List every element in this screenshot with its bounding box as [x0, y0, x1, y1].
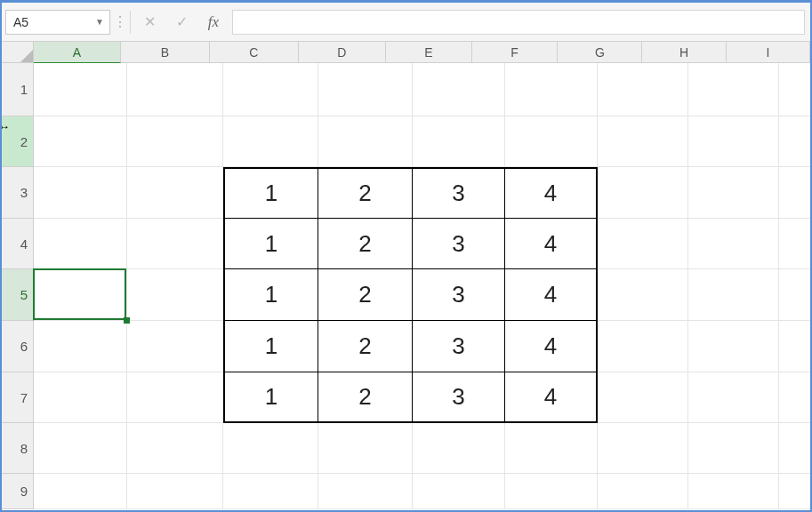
cell-H3[interactable] [688, 167, 779, 219]
cell-E9[interactable] [413, 474, 505, 509]
cell-H4[interactable] [688, 219, 779, 269]
cell-H6[interactable] [688, 321, 779, 372]
cell-G9[interactable] [598, 474, 688, 509]
cell-I7[interactable] [779, 372, 812, 423]
cell-D9[interactable] [318, 474, 413, 509]
cell-I5[interactable] [779, 269, 812, 321]
cell-B2[interactable] [127, 116, 223, 167]
cell-I6[interactable] [779, 321, 812, 372]
cell-H7[interactable] [688, 372, 779, 423]
cell-G6[interactable] [598, 321, 688, 372]
cell-D1[interactable] [318, 63, 413, 116]
cell-I2[interactable] [779, 116, 812, 167]
cell-F5[interactable]: 4 [505, 269, 598, 321]
cell-B5[interactable] [127, 269, 223, 321]
column-header-H[interactable]: H [642, 42, 727, 63]
cell-B7[interactable] [127, 372, 223, 423]
row-header-2[interactable]: 2 [2, 116, 34, 167]
cell-C9[interactable] [223, 474, 318, 509]
cell-D7[interactable]: 2 [318, 372, 413, 423]
cell-C8[interactable] [223, 423, 318, 474]
cell-C6[interactable]: 1 [223, 321, 318, 372]
column-header-A[interactable]: A [34, 42, 121, 63]
column-header-G[interactable]: G [558, 42, 642, 63]
cell-G5[interactable] [598, 269, 688, 321]
cell-F4[interactable]: 4 [505, 219, 598, 269]
cell-F3[interactable]: 4 [505, 167, 598, 219]
cell-F6[interactable]: 4 [505, 321, 598, 372]
cell-H9[interactable] [688, 474, 779, 509]
cell-A2[interactable] [34, 116, 127, 167]
cell-F2[interactable] [505, 116, 598, 167]
cell-I4[interactable] [779, 219, 812, 269]
cell-D4[interactable]: 2 [318, 219, 413, 269]
cell-E7[interactable]: 3 [413, 372, 505, 423]
cell-B1[interactable] [127, 63, 223, 116]
cell-E2[interactable] [413, 116, 505, 167]
column-header-I[interactable]: I [727, 42, 810, 63]
cell-C2[interactable] [223, 116, 318, 167]
cell-A6[interactable] [34, 321, 127, 372]
cell-E3[interactable]: 3 [413, 167, 505, 219]
drag-handle-icon[interactable]: ⋮ [116, 13, 125, 30]
cell-A5[interactable] [34, 269, 127, 321]
row-header-1[interactable]: 1 [2, 63, 34, 116]
row-header-8[interactable]: 8 [2, 423, 34, 474]
cell-A3[interactable] [34, 167, 127, 219]
cell-G3[interactable] [598, 167, 688, 219]
row-header-3[interactable]: 3 [2, 167, 34, 219]
cell-A8[interactable] [34, 423, 127, 474]
cell-I3[interactable] [779, 167, 812, 219]
confirm-button[interactable]: ✓ [168, 10, 195, 35]
cell-B6[interactable] [127, 321, 223, 372]
cell-G8[interactable] [598, 423, 688, 474]
cell-I9[interactable] [779, 474, 812, 509]
column-header-E[interactable]: E [386, 42, 472, 63]
cell-H5[interactable] [688, 269, 779, 321]
cell-B3[interactable] [127, 167, 223, 219]
cell-A1[interactable] [34, 63, 127, 116]
cell-I8[interactable] [779, 423, 812, 474]
column-header-C[interactable]: C [210, 42, 298, 63]
cell-C5[interactable]: 1 [223, 269, 318, 321]
cell-A4[interactable] [34, 219, 127, 269]
insert-function-button[interactable]: fx [200, 10, 227, 35]
cell-E5[interactable]: 3 [413, 269, 505, 321]
cancel-button[interactable]: ✕ [136, 10, 163, 35]
column-header-B[interactable]: B [121, 42, 210, 63]
row-header-7[interactable]: 7 [2, 372, 34, 423]
cell-G4[interactable] [598, 219, 688, 269]
cell-F9[interactable] [505, 474, 598, 509]
cell-F7[interactable]: 4 [505, 372, 598, 423]
column-header-F[interactable]: F [472, 42, 559, 63]
cell-E8[interactable] [413, 423, 505, 474]
cell-C3[interactable]: 1 [223, 167, 318, 219]
cell-C1[interactable] [223, 63, 318, 116]
cell-A7[interactable] [34, 372, 127, 423]
cell-G2[interactable] [598, 116, 688, 167]
cell-D6[interactable]: 2 [318, 321, 413, 372]
cell-B9[interactable] [127, 474, 223, 509]
cell-D5[interactable]: 2 [318, 269, 413, 321]
cell-G7[interactable] [598, 372, 688, 423]
cell-E6[interactable]: 3 [413, 321, 505, 372]
cell-H1[interactable] [688, 63, 779, 116]
cell-F8[interactable] [505, 423, 598, 474]
row-header-9[interactable]: 9 [2, 474, 34, 509]
cell-G1[interactable] [598, 63, 688, 116]
cell-B4[interactable] [127, 219, 223, 269]
cell-E4[interactable]: 3 [413, 219, 505, 269]
cell-B8[interactable] [127, 423, 223, 474]
cell-C4[interactable]: 1 [223, 219, 318, 269]
select-all-corner[interactable] [2, 42, 34, 63]
chevron-down-icon[interactable]: ▼ [95, 17, 104, 27]
row-header-4[interactable]: 4 [2, 219, 34, 269]
cell-D2[interactable] [318, 116, 413, 167]
column-header-D[interactable]: D [299, 42, 387, 63]
cell-D3[interactable]: 2 [318, 167, 413, 219]
formula-input[interactable] [232, 10, 805, 35]
cells-area[interactable]: 12341234123412341234 [34, 63, 810, 510]
row-header-6[interactable]: 6 [2, 321, 34, 372]
row-header-5[interactable]: 5 [2, 269, 34, 321]
name-box[interactable]: A5 ▼ [5, 10, 110, 35]
